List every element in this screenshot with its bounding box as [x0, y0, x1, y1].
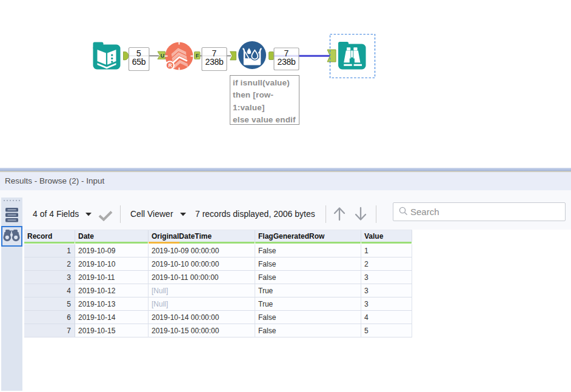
svg-text:F: F: [196, 53, 199, 59]
svg-text:238b: 238b: [278, 57, 296, 67]
svg-text:U: U: [161, 53, 165, 59]
svg-text:238b: 238b: [205, 57, 224, 67]
svg-text:R: R: [169, 62, 172, 68]
svg-text:65b: 65b: [132, 57, 146, 67]
